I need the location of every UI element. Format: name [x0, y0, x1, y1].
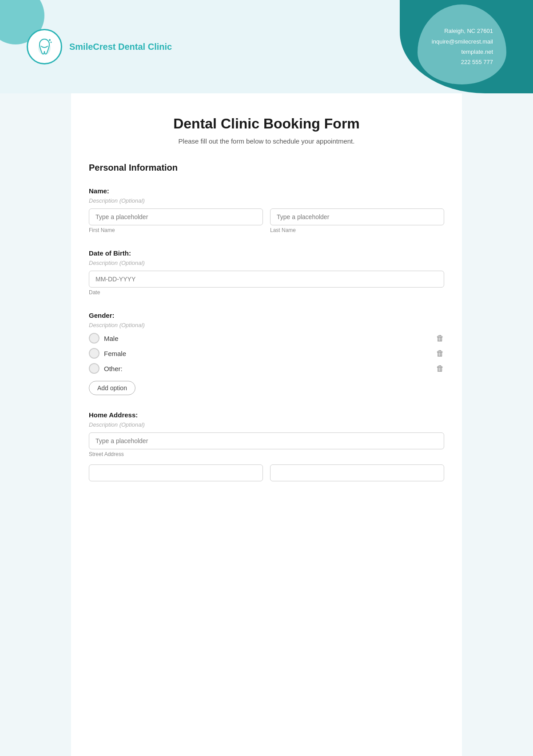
- svg-point-2: [51, 42, 52, 43]
- name-label: Name:: [89, 187, 444, 195]
- section-personal-information: Personal Information: [89, 163, 444, 175]
- radio-male-label: Male: [104, 335, 119, 342]
- address-line4: 222 555 777: [432, 57, 493, 67]
- address-line3: template.net: [432, 47, 493, 57]
- radio-other-circle[interactable]: [89, 363, 99, 374]
- address-col1-wrap: [89, 464, 263, 481]
- name-description: Description (Optional): [89, 197, 444, 204]
- address-line2: inquire@smilecrest.mail: [432, 36, 493, 47]
- dob-input[interactable]: [89, 271, 444, 288]
- header-left: SmileCrest Dental Clinic: [27, 29, 172, 64]
- first-name-input[interactable]: [89, 208, 263, 225]
- address-bottom-row: [89, 464, 444, 481]
- radio-female-circle[interactable]: [89, 348, 99, 359]
- gender-option-other: Other: 🗑: [89, 363, 444, 374]
- form-title: Dental Clinic Booking Form: [89, 116, 444, 132]
- svg-point-1: [49, 39, 51, 41]
- radio-other-label: Other:: [104, 365, 123, 372]
- logo-icon: [33, 36, 56, 58]
- address-line1: Raleigh, NC 27601: [432, 26, 493, 36]
- field-group-name: Name: Description (Optional) First Name …: [89, 187, 444, 233]
- first-name-sublabel: First Name: [89, 227, 263, 233]
- street-address-input[interactable]: [89, 432, 444, 449]
- dob-sublabel: Date: [89, 289, 444, 296]
- brand-name: SmileCrest Dental Clinic: [69, 42, 172, 52]
- radio-female-label: Female: [104, 350, 126, 357]
- gender-description: Description (Optional): [89, 322, 444, 328]
- name-input-row: First Name Last Name: [89, 208, 444, 233]
- address-col2-input[interactable]: [270, 464, 444, 481]
- gender-option-female: Female 🗑: [89, 348, 444, 359]
- address-col2-wrap: [270, 464, 444, 481]
- field-group-gender: Gender: Description (Optional) Male 🗑 Fe…: [89, 312, 444, 395]
- first-name-wrap: First Name: [89, 208, 263, 233]
- dob-description: Description (Optional): [89, 260, 444, 266]
- gender-label: Gender:: [89, 312, 444, 319]
- gender-option-male: Male 🗑: [89, 333, 444, 344]
- home-address-description: Description (Optional): [89, 421, 444, 428]
- address-col1-input[interactable]: [89, 464, 263, 481]
- radio-male-circle[interactable]: [89, 333, 99, 344]
- street-address-sublabel: Street Address: [89, 451, 444, 457]
- street-address-wrap: Street Address: [89, 432, 444, 457]
- field-group-home-address: Home Address: Description (Optional) Str…: [89, 411, 444, 481]
- delete-male-icon[interactable]: 🗑: [436, 334, 444, 343]
- delete-female-icon[interactable]: 🗑: [436, 349, 444, 358]
- header: SmileCrest Dental Clinic Raleigh, NC 276…: [0, 0, 533, 93]
- last-name-sublabel: Last Name: [270, 227, 444, 233]
- header-contact: Raleigh, NC 27601 inquire@smilecrest.mai…: [432, 26, 506, 68]
- add-option-button[interactable]: Add option: [89, 381, 135, 395]
- field-group-dob: Date of Birth: Description (Optional) Da…: [89, 249, 444, 296]
- delete-other-icon[interactable]: 🗑: [436, 364, 444, 373]
- last-name-wrap: Last Name: [270, 208, 444, 233]
- form-subtitle: Please fill out the form below to schedu…: [89, 137, 444, 145]
- last-name-input[interactable]: [270, 208, 444, 225]
- logo-circle: [27, 29, 62, 64]
- dob-label: Date of Birth:: [89, 249, 444, 257]
- home-address-label: Home Address:: [89, 411, 444, 419]
- main-content: Dental Clinic Booking Form Please fill o…: [71, 93, 462, 756]
- dob-input-wrap: Date: [89, 271, 444, 296]
